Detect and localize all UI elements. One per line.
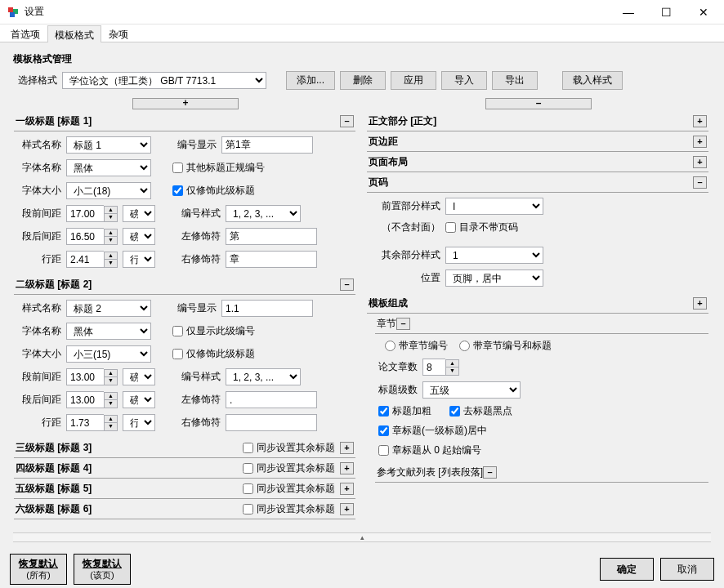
h1-collapse[interactable]: – [340, 115, 354, 127]
h2-stylename[interactable]: 标题 2 [66, 300, 151, 317]
h2-after[interactable] [66, 391, 104, 408]
chap-center-checkbox[interactable] [378, 425, 389, 436]
toc-no-page-checkbox[interactable] [445, 222, 456, 233]
chapters-collapse[interactable]: – [396, 318, 410, 330]
h1-numstyle[interactable]: 1, 2, 3, ... [226, 205, 301, 222]
h4-expand[interactable]: + [340, 462, 354, 474]
h2-leftdeco[interactable] [226, 391, 317, 408]
h1-after-unit[interactable]: 磅 [123, 228, 155, 245]
h2-before-spin[interactable]: ▲▼ [104, 369, 118, 385]
delete-button[interactable]: 删除 [340, 71, 386, 90]
h3-sync-checkbox[interactable] [243, 443, 253, 453]
h1-leftdeco[interactable] [226, 228, 317, 245]
remove-dot-label: 去标题黑点 [463, 404, 512, 418]
h2-numstyle[interactable]: 1, 2, 3, ... [226, 368, 301, 385]
h2-collapse[interactable]: – [340, 278, 354, 291]
right-scroll[interactable]: 正文部分 [正文]+ 页边距+ 页面布局+ 页码– 前置部分样式 I [366, 112, 711, 529]
heading-levels-select[interactable]: 五级 [422, 381, 521, 399]
h1-fontsize[interactable]: 小二(18) [66, 182, 151, 199]
h1-line-unit[interactable]: 行 [123, 251, 155, 268]
h6-expand[interactable]: + [340, 503, 354, 515]
h6-sync-checkbox[interactable] [243, 504, 253, 514]
add-button[interactable]: 添加... [286, 71, 335, 90]
pos-select[interactable]: 页脚，居中 [445, 270, 543, 287]
chapter-count-spin[interactable]: ▲▼ [445, 359, 459, 376]
chapter-count[interactable] [422, 359, 445, 376]
import-button[interactable]: 导入 [441, 71, 487, 90]
h2-line[interactable] [66, 414, 104, 431]
margins-expand[interactable]: + [693, 136, 707, 148]
split-handle[interactable] [13, 532, 711, 542]
restore-page-button[interactable]: 恢复默认(该页) [74, 554, 131, 585]
h2-after-unit[interactable]: 磅 [123, 391, 155, 408]
h1-stylename[interactable]: 标题 1 [66, 136, 151, 154]
toc-no-page-label: 目录不带页码 [459, 220, 518, 234]
body-expand[interactable]: + [693, 115, 707, 127]
pos-label: 位置 [370, 271, 440, 285]
h2-rightdeco[interactable] [226, 414, 317, 431]
front-style-select[interactable]: I [445, 198, 543, 215]
format-select[interactable]: 学位论文（理工类） GB/T 7713.1 [62, 72, 266, 89]
radio-with-num-title[interactable]: 带章节编号和标题 [459, 339, 552, 353]
h4-sync-checkbox[interactable] [243, 463, 253, 474]
h2-before[interactable] [66, 368, 104, 385]
restore-all-button[interactable]: 恢复默认(所有) [10, 554, 67, 585]
h1-before-unit[interactable]: 磅 [123, 205, 155, 222]
h5-sync-checkbox[interactable] [243, 483, 253, 494]
h1-rightdeco[interactable] [226, 251, 317, 268]
pagenum-collapse[interactable]: – [693, 176, 707, 189]
apply-button[interactable]: 应用 [391, 71, 436, 90]
tab-template-format[interactable]: 模板格式 [47, 25, 101, 42]
cancel-button[interactable]: 取消 [660, 558, 714, 581]
right-collapse-toggle[interactable]: – [485, 98, 592, 109]
radio-with-num[interactable]: 带章节编号 [385, 339, 448, 353]
close-button[interactable]: ✕ [685, 0, 722, 24]
tab-preferences[interactable]: 首选项 [3, 24, 47, 42]
bold-title-checkbox[interactable] [378, 406, 389, 416]
h3-expand[interactable]: + [340, 442, 354, 454]
h2-after-spin[interactable]: ▲▼ [104, 392, 118, 408]
load-styles-button[interactable]: 载入样式 [562, 71, 623, 90]
app-icon [7, 6, 20, 19]
section-h4: 四级标题 [标题 4] 同步设置其余标题 + [14, 460, 355, 479]
maximize-button[interactable]: ☐ [647, 0, 685, 24]
section-composition: 模板组成+ [367, 295, 708, 314]
left-scroll[interactable]: 一级标题 [标题 1] – 样式名称 标题 1 编号显示 字体名称 黑体 [13, 112, 358, 529]
h1-before-spin[interactable]: ▲▼ [104, 206, 118, 222]
h1-before[interactable] [66, 205, 104, 222]
export-button[interactable]: 导出 [492, 71, 538, 90]
h1-rightdeco-label: 右修饰符 [177, 252, 221, 266]
h1-after[interactable] [66, 228, 104, 245]
h1-numdisplay[interactable] [221, 136, 313, 154]
minimize-button[interactable]: ― [610, 0, 647, 24]
h2-onlyshow-checkbox[interactable] [172, 326, 183, 336]
tab-misc[interactable]: 杂项 [101, 24, 136, 42]
h1-other-reg-checkbox[interactable] [172, 163, 183, 173]
h5-expand[interactable]: + [340, 483, 354, 495]
section-layout: 页面布局+ [367, 154, 708, 172]
h2-fontsize[interactable]: 小三(15) [66, 345, 151, 363]
h1-after-spin[interactable]: ▲▼ [104, 229, 118, 245]
h1-fontname[interactable]: 黑体 [66, 159, 151, 176]
composition-expand[interactable]: + [693, 297, 707, 310]
other-style-select[interactable]: 1 [445, 247, 543, 264]
h2-numdisplay[interactable] [221, 300, 313, 317]
h1-onlydec-checkbox[interactable] [172, 185, 183, 196]
h2-fontname[interactable]: 黑体 [66, 323, 151, 340]
reflist-collapse[interactable]: – [483, 466, 497, 479]
left-expand-toggle[interactable]: + [132, 98, 239, 109]
ok-button[interactable]: 确定 [600, 558, 654, 581]
h2-line-spin[interactable]: ▲▼ [104, 415, 118, 431]
h2-onlydec-checkbox[interactable] [172, 349, 183, 359]
chap-zero-checkbox[interactable] [378, 445, 389, 456]
section-margins: 页边距+ [367, 133, 708, 152]
h2-leftdeco-label: 左修饰符 [177, 393, 221, 407]
h2-before-unit[interactable]: 磅 [123, 368, 155, 385]
h2-line-unit[interactable]: 行 [123, 414, 155, 431]
h1-line[interactable] [66, 251, 104, 268]
layout-expand[interactable]: + [693, 156, 707, 168]
body-title: 正文部分 [正文] [369, 114, 693, 128]
h6-title: 六级标题 [标题 6] [16, 502, 243, 516]
h1-line-spin[interactable]: ▲▼ [104, 252, 118, 268]
remove-dot-checkbox[interactable] [449, 406, 460, 416]
